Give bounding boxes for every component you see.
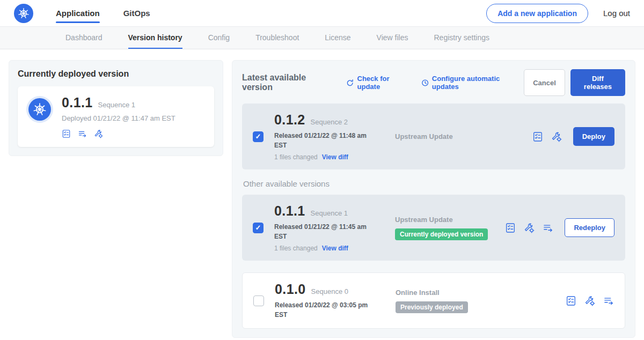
version-source: Upstream Update Currently deployed versi… <box>395 216 505 240</box>
version-source: Upstream Update <box>395 132 532 141</box>
release-notes-icon[interactable] <box>62 129 71 138</box>
nav-gitops[interactable]: GitOps <box>123 0 150 26</box>
logout-link[interactable]: Log out <box>603 9 630 18</box>
version-select-checkbox[interactable] <box>253 295 264 306</box>
released-timestamp: Released 01/21/22 @ 11:45 am EST <box>274 222 377 241</box>
diff-releases-button[interactable]: Diff releases <box>570 69 625 96</box>
redeploy-button[interactable]: Redeploy <box>565 218 614 237</box>
version-sequence: Sequence 0 <box>311 287 348 295</box>
version-row: 0.1.0 Sequence 0 Released 01/20/22 @ 03:… <box>242 272 625 329</box>
app-subnav: Dashboard Version history Config Trouble… <box>0 27 644 49</box>
version-number: 0.1.0 <box>275 282 306 297</box>
version-number: 0.1.1 <box>274 203 305 219</box>
topbar-right: Add a new application Log out <box>486 4 630 23</box>
released-timestamp: Released 01/21/22 @ 11:48 am EST <box>274 131 377 150</box>
check-for-update-link[interactable]: Check for update <box>346 75 411 91</box>
view-logs-icon[interactable] <box>543 223 553 233</box>
view-diff-link[interactable]: View diff <box>322 245 348 252</box>
version-history-panel: Latest available version Check for updat… <box>232 60 635 338</box>
status-badge: Previously deployed <box>396 301 468 313</box>
source-label: Upstream Update <box>395 216 500 224</box>
main-content: Currently deployed version 0.1.1 <box>0 49 644 340</box>
view-diff-link[interactable]: View diff <box>322 153 348 161</box>
kubernetes-wheel-icon <box>18 8 30 19</box>
tab-troubleshoot[interactable]: Troubleshoot <box>255 27 299 49</box>
clock-icon <box>421 79 429 87</box>
tab-dashboard[interactable]: Dashboard <box>65 27 103 49</box>
view-logs-icon[interactable] <box>78 129 87 138</box>
top-header: Application GitOps Add a new application… <box>0 0 644 27</box>
version-actions: Deploy <box>532 127 614 146</box>
kubernetes-wheel-icon <box>33 102 47 116</box>
deployed-sequence: Sequence 1 <box>98 101 135 109</box>
tab-version-history[interactable]: Version history <box>128 27 182 49</box>
source-label: Upstream Update <box>395 132 527 141</box>
tab-view-files[interactable]: View files <box>377 27 408 49</box>
configure-updates-link[interactable]: Configure automatic updates <box>421 75 524 91</box>
add-application-button[interactable]: Add a new application <box>486 4 588 23</box>
edit-config-icon[interactable] <box>94 129 103 138</box>
version-select-checkbox[interactable] <box>253 131 264 142</box>
version-sequence: Sequence 1 <box>311 209 348 217</box>
check-for-update-label: Check for update <box>357 75 412 91</box>
deployed-version-number: 0.1.1 <box>62 95 93 110</box>
header-actions: Cancel Diff releases <box>524 69 625 96</box>
version-row: 0.1.1 Sequence 1 Released 01/21/22 @ 11:… <box>242 195 625 261</box>
deploy-button[interactable]: Deploy <box>573 127 614 146</box>
cancel-button[interactable]: Cancel <box>524 69 565 96</box>
version-info: 0.1.2 Sequence 2 Released 01/21/22 @ 11:… <box>274 112 395 161</box>
version-actions <box>566 295 614 306</box>
edit-config-icon[interactable] <box>584 295 595 306</box>
source-label: Online Install <box>396 289 560 297</box>
version-select-checkbox[interactable] <box>253 223 264 233</box>
refresh-icon <box>346 79 354 87</box>
release-notes-icon[interactable] <box>532 131 543 142</box>
tab-registry-settings[interactable]: Registry settings <box>434 27 489 49</box>
top-nav: Application GitOps <box>56 0 150 26</box>
tab-config[interactable]: Config <box>208 27 230 49</box>
configure-updates-label: Configure automatic updates <box>432 75 524 91</box>
version-actions: Redeploy <box>505 218 614 237</box>
latest-version-title: Latest available version <box>242 73 334 92</box>
app-icon <box>28 98 51 121</box>
released-timestamp: Released 01/20/22 @ 03:05 pm EST <box>275 300 378 320</box>
edit-config-icon[interactable] <box>524 223 535 233</box>
deployed-version-card: 0.1.1 Sequence 1 Deployed 01/21/22 @ 11:… <box>18 86 214 147</box>
tab-license[interactable]: License <box>325 27 350 49</box>
deployed-icon-row <box>62 129 175 138</box>
view-logs-icon[interactable] <box>603 295 614 306</box>
kubernetes-logo[interactable] <box>14 4 33 23</box>
deployed-version-panel: Currently deployed version 0.1.1 <box>9 60 223 156</box>
status-badge: Currently deployed version <box>395 228 488 240</box>
versions-header: Latest available version Check for updat… <box>242 69 625 96</box>
deployed-timestamp: Deployed 01/21/22 @ 11:47 am EST <box>62 114 175 122</box>
files-changed: 1 files changed <box>274 245 318 252</box>
version-row: 0.1.2 Sequence 2 Released 01/21/22 @ 11:… <box>242 104 625 169</box>
deployed-panel-title: Currently deployed version <box>18 69 214 79</box>
version-info: 0.1.1 Sequence 1 Released 01/21/22 @ 11:… <box>274 203 395 252</box>
other-versions-label: Other available versions <box>243 179 624 188</box>
nav-application[interactable]: Application <box>56 0 100 26</box>
version-number: 0.1.2 <box>274 112 305 128</box>
version-source: Online Install Previously deployed <box>396 289 566 313</box>
version-sequence: Sequence 2 <box>311 118 348 126</box>
files-changed: 1 files changed <box>274 153 318 161</box>
deployed-version-info: 0.1.1 Sequence 1 Deployed 01/21/22 @ 11:… <box>62 95 175 138</box>
release-notes-icon[interactable] <box>566 295 576 306</box>
edit-config-icon[interactable] <box>551 131 562 142</box>
version-info: 0.1.0 Sequence 0 Released 01/20/22 @ 03:… <box>275 282 396 320</box>
release-notes-icon[interactable] <box>505 223 516 233</box>
